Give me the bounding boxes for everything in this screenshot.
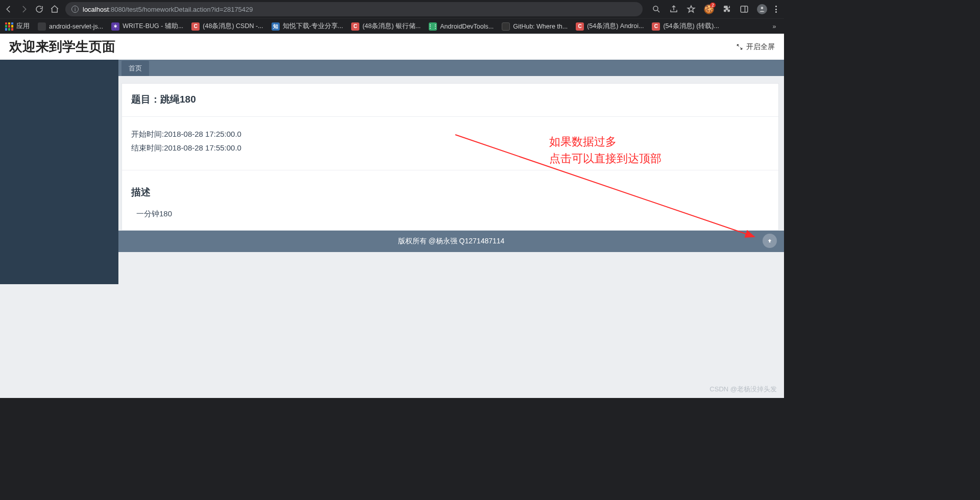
bookmark-label: (54条消息) (转载)... [663, 22, 719, 31]
bookmark-item[interactable]: android-servlet-js... [38, 22, 103, 31]
bookmark-label: (48条消息) 银行储... [362, 22, 421, 31]
url-text: localhost:8080/test5/homeworkDetail.acti… [83, 6, 253, 13]
fullscreen-icon [736, 43, 743, 51]
tab-bar: 首页 [118, 60, 784, 76]
profile-avatar[interactable] [757, 4, 767, 14]
home-button[interactable] [50, 5, 59, 14]
scroll-to-top-button[interactable] [763, 234, 777, 248]
bookmarks-overflow[interactable]: » [770, 22, 779, 31]
favicon: ⋮⋮ [429, 22, 437, 31]
homework-title: 题目：跳绳180 [122, 84, 778, 116]
star-icon[interactable] [687, 5, 696, 14]
bookmark-label: AndroidDevTools... [440, 23, 494, 30]
bookmark-item[interactable]: 知知悦下载-专业分享... [272, 22, 344, 31]
favicon: 知 [272, 22, 280, 31]
browser-menu-icon[interactable] [775, 6, 777, 13]
overflow-glyph: » [773, 23, 776, 30]
favicon [38, 22, 46, 31]
description-text: 一分钟180 [122, 207, 778, 230]
copyright-text: 版权所有 @杨永强 Q1271487114 [398, 237, 505, 245]
description-heading: 描述 [122, 170, 778, 207]
svg-rect-1 [741, 6, 748, 12]
sidebar [0, 60, 118, 284]
start-time-row: 开始时间:2018-08-28 17:25:00.0 [131, 127, 769, 141]
bookmark-label: GitHub: Where th... [513, 23, 568, 30]
end-time-label: 结束时间: [131, 143, 164, 152]
bookmark-label: (54条消息) Androi... [587, 22, 644, 31]
fullscreen-label: 开启全屏 [746, 42, 775, 52]
bookmark-item[interactable]: C(48条消息) 银行储... [351, 22, 421, 31]
address-bar[interactable]: i localhost:8080/test5/homeworkDetail.ac… [65, 2, 643, 16]
bookmark-label: 知悦下载-专业分享... [283, 22, 344, 31]
apps-label: 应用 [16, 22, 30, 31]
page-root: 欢迎来到学生页面 开启全屏 首页 题目：跳绳180 开始时间:2018-08-2… [0, 34, 784, 398]
apps-shortcut[interactable]: 应用 [5, 22, 30, 31]
homework-title-value: 跳绳180 [160, 94, 196, 105]
favicon: C [576, 22, 584, 31]
favicon [502, 22, 510, 31]
share-icon[interactable] [669, 5, 678, 14]
end-time-value: 2018-08-28 17:55:00.0 [164, 143, 241, 152]
bookmark-label: (48条消息) CSDN -... [203, 22, 263, 31]
bookmark-label: android-servlet-js... [49, 23, 103, 30]
tab-home[interactable]: 首页 [121, 61, 149, 76]
svg-point-2 [761, 7, 764, 9]
start-time-label: 开始时间: [131, 130, 164, 138]
page-body: 首页 题目：跳绳180 开始时间:2018-08-28 17:25:00.0 结… [0, 60, 784, 284]
bookmark-label: WRITE-BUG - 辅助... [122, 22, 183, 31]
watermark: CSDN @老杨没掉头发 [709, 385, 777, 394]
favicon: C [652, 22, 660, 31]
side-panel-icon[interactable] [740, 5, 749, 14]
bookmark-item[interactable]: C(54条消息) (转载)... [652, 22, 719, 31]
arrow-up-icon [766, 237, 774, 245]
page-title: 欢迎来到学生页面 [9, 38, 115, 56]
extensions-icon[interactable] [722, 5, 731, 14]
bookmarks-bar: 应用 android-servlet-js...✶WRITE-BUG - 辅助.… [0, 18, 784, 34]
main-area: 首页 题目：跳绳180 开始时间:2018-08-28 17:25:00.0 结… [118, 60, 784, 284]
fullscreen-toggle[interactable]: 开启全屏 [736, 42, 775, 52]
browser-toolbar: i localhost:8080/test5/homeworkDetail.ac… [0, 0, 784, 18]
time-block: 开始时间:2018-08-28 17:25:00.0 结束时间:2018-08-… [122, 117, 778, 170]
page-footer: 版权所有 @杨永强 Q1271487114 [118, 231, 784, 252]
favicon: C [191, 22, 200, 31]
bookmark-item[interactable]: ⋮⋮AndroidDevTools... [429, 22, 494, 31]
bookmark-item[interactable]: C(48条消息) CSDN -... [191, 22, 263, 31]
svg-point-0 [653, 6, 658, 11]
end-time-row: 结束时间:2018-08-28 17:55:00.0 [131, 141, 769, 155]
toolbar-right: 🍪 [649, 4, 780, 14]
homework-panel: 题目：跳绳180 开始时间:2018-08-28 17:25:00.0 结束时间… [121, 83, 779, 231]
reload-button[interactable] [35, 5, 44, 14]
site-info-icon[interactable]: i [71, 6, 79, 13]
start-time-value: 2018-08-28 17:25:00.0 [164, 130, 241, 138]
bookmark-item[interactable]: C(54条消息) Androi... [576, 22, 644, 31]
bookmark-item[interactable]: ✶WRITE-BUG - 辅助... [111, 22, 183, 31]
apps-icon [5, 22, 13, 31]
forward-button[interactable] [19, 5, 29, 14]
extension-badge-icon[interactable]: 🍪 [704, 4, 714, 14]
homework-title-label: 题目： [131, 94, 160, 105]
bookmark-item[interactable]: GitHub: Where th... [502, 22, 568, 31]
favicon: ✶ [111, 22, 119, 31]
back-button[interactable] [4, 5, 13, 14]
favicon: C [351, 22, 359, 31]
zoom-icon[interactable] [652, 5, 661, 14]
page-header: 欢迎来到学生页面 开启全屏 [0, 34, 784, 60]
